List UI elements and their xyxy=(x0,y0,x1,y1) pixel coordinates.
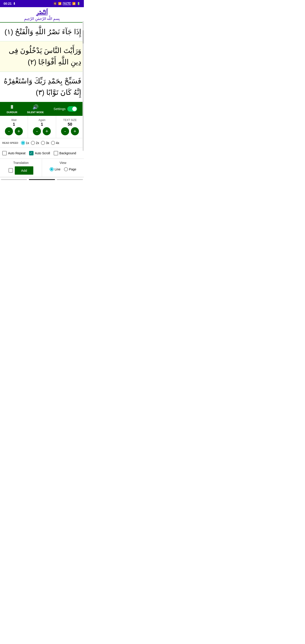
translation-checkbox[interactable] xyxy=(8,168,13,173)
lte-label: VoLTE xyxy=(63,2,71,5)
verse-3-text: فَسَبِّحْ بِحَمْدِ رَبِّكَ وَاسْتَغْفِرْ… xyxy=(4,77,81,96)
speaker-icon: 🔊 xyxy=(32,104,38,110)
status-left: 00:21 ⬇ xyxy=(4,2,16,5)
textsize-group: TEXT SIZE 50 - + xyxy=(56,116,84,138)
verse-1[interactable]: إِذَا جَآءَ نَصْرُ اللَّهِ وَالْفَتْحُ (… xyxy=(0,22,84,41)
silent-mode-button[interactable]: 🔊 SILENT MODE xyxy=(27,104,44,114)
view-line[interactable]: Line xyxy=(50,167,60,171)
translation-inner: Add xyxy=(8,166,33,175)
scroll-thumb[interactable] xyxy=(82,30,84,44)
auto-repeat-checkbox[interactable] xyxy=(2,151,7,156)
pause-button[interactable]: ⏸ DURDUR xyxy=(7,104,18,114)
bottom-nav xyxy=(0,177,84,182)
auto-scroll-option[interactable]: ✓ Auto Scroll xyxy=(29,151,50,156)
speed-1x-radio[interactable] xyxy=(21,141,25,145)
speed-4x-radio[interactable] xyxy=(51,141,55,145)
view-section: View Line Page xyxy=(42,159,84,177)
auto-repeat-option[interactable]: Auto Repeat xyxy=(2,151,26,156)
textsize-minus-btn[interactable]: - xyxy=(61,127,69,135)
view-title: View xyxy=(60,161,66,164)
textsize-btns: - + xyxy=(61,127,79,135)
wait-plus-btn[interactable]: + xyxy=(15,127,23,135)
textsize-label: TEXT SIZE xyxy=(63,118,77,122)
speed-3x-label: 3x xyxy=(46,141,49,145)
background-label: Background xyxy=(60,152,76,155)
verse-2-text: وَرَأَيْتَ النَّاسَ يَدْخُلُونَ فِى دِين… xyxy=(9,46,81,66)
read-speed-row: READ SPEED 1x 2x 3x 4x xyxy=(0,138,84,148)
textsize-plus-btn[interactable]: + xyxy=(71,127,79,135)
wifi-icon: 📶 xyxy=(58,2,62,5)
speed-3x-radio[interactable] xyxy=(41,141,45,145)
verse-3[interactable]: فَسَبِّحْ بِحَمْدِ رَبِّكَ وَاسْتَغْفِرْ… xyxy=(0,72,84,102)
scrollbar[interactable] xyxy=(82,21,84,151)
add-button[interactable]: Add xyxy=(15,166,33,175)
again-label: Again xyxy=(38,118,46,122)
wait-label: Wait xyxy=(11,118,16,122)
speed-1x[interactable]: 1x xyxy=(21,141,29,145)
settings-toggle[interactable] xyxy=(67,106,77,112)
bismillah: بِسمِ اللَّه الرَّحمٰنِ الرَّحِيمِ xyxy=(2,16,82,21)
speed-3x[interactable]: 3x xyxy=(41,141,49,145)
speed-2x-radio[interactable] xyxy=(31,141,35,145)
auto-scroll-label: Auto Scroll xyxy=(35,152,50,155)
view-line-label: Line xyxy=(54,168,60,171)
again-group: Again 1 - + xyxy=(28,116,56,138)
surah-title: أَلنَّصْرِ xyxy=(2,10,82,16)
pause-label: DURDUR xyxy=(7,111,18,114)
speed-2x-label: 2x xyxy=(36,141,39,145)
auto-repeat-label: Auto Repeat xyxy=(8,152,26,155)
settings-row: Settings xyxy=(54,106,77,112)
status-bar: 00:21 ⬇ 🔇 📶 VoLTE 📶 🔋 xyxy=(0,0,84,7)
mute-icon: 🔇 xyxy=(54,2,57,5)
translation-section: Translation Add xyxy=(0,159,42,177)
speed-2x[interactable]: 2x xyxy=(31,141,39,145)
view-options: Line Page xyxy=(50,167,76,171)
verse-1-text: إِذَا جَآءَ نَصْرُ اللَّهِ وَالْفَتْحُ (… xyxy=(4,28,81,36)
translation-view-row: Translation Add View Line Page xyxy=(0,159,84,177)
battery-icon: 🔋 xyxy=(77,2,80,5)
time-display: 00:21 xyxy=(4,2,12,5)
wait-btns: - + xyxy=(5,127,23,135)
translation-title: Translation xyxy=(13,161,28,164)
again-plus-btn[interactable]: + xyxy=(43,127,51,135)
download-icon: ⬇ xyxy=(13,2,16,5)
pause-icon: ⏸ xyxy=(10,104,14,110)
view-line-radio[interactable] xyxy=(50,167,54,171)
status-right: 🔇 📶 VoLTE 📶 🔋 xyxy=(54,2,80,5)
surah-header: أَلنَّصْرِ بِسمِ اللَّه الرَّحمٰنِ الرَّ… xyxy=(0,7,84,22)
again-minus-btn[interactable]: - xyxy=(33,127,41,135)
signal-icon: 📶 xyxy=(72,2,76,5)
view-page[interactable]: Page xyxy=(64,167,76,171)
checkboxes-row: Auto Repeat ✓ Auto Scroll Background xyxy=(0,148,84,159)
bottom-nav-3 xyxy=(57,179,83,180)
background-option[interactable]: Background xyxy=(54,151,76,156)
auto-scroll-checkbox[interactable]: ✓ xyxy=(29,151,34,156)
silent-label: SILENT MODE xyxy=(27,111,44,114)
bottom-nav-2 xyxy=(29,179,55,180)
view-page-radio[interactable] xyxy=(64,167,68,171)
wait-minus-btn[interactable]: - xyxy=(5,127,13,135)
speed-4x-label: 4x xyxy=(56,141,59,145)
controls-bar: ⏸ DURDUR 🔊 SILENT MODE Settings xyxy=(0,102,84,116)
again-btns: - + xyxy=(33,127,51,135)
textsize-value: 50 xyxy=(68,122,72,127)
view-page-label: Page xyxy=(69,168,76,171)
again-value: 1 xyxy=(41,122,43,127)
read-speed-label: READ SPEED xyxy=(2,142,18,144)
speed-4x[interactable]: 4x xyxy=(51,141,59,145)
bottom-nav-1 xyxy=(1,179,27,180)
background-checkbox[interactable] xyxy=(54,151,58,156)
wait-group: Wait 1 - + xyxy=(0,116,28,138)
counters-row: Wait 1 - + Again 1 - + TEXT SIZE 50 - + xyxy=(0,116,84,138)
wait-value: 1 xyxy=(13,122,15,127)
settings-label: Settings xyxy=(54,107,66,111)
verse-2[interactable]: وَرَأَيْتَ النَّاسَ يَدْخُلُونَ فِى دِين… xyxy=(0,41,84,72)
speed-1x-label: 1x xyxy=(26,141,29,145)
